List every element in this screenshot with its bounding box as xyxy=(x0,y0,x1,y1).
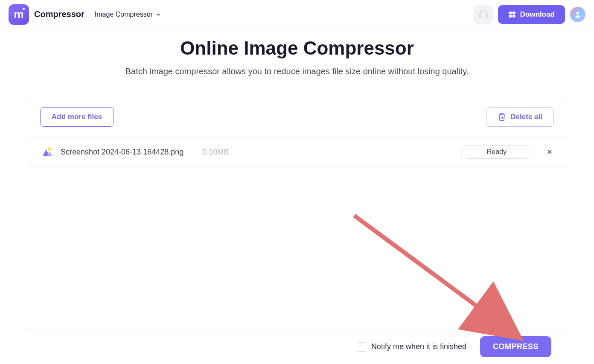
files-panel: Add more files Delete all Screenshot 202… xyxy=(27,97,567,167)
avatar[interactable] xyxy=(570,7,585,22)
svg-rect-0 xyxy=(479,15,481,17)
download-label: Download xyxy=(520,10,555,19)
headset-icon xyxy=(478,9,489,20)
delete-all-label: Delete all xyxy=(510,113,542,121)
nav-dropdown-label: Image Compressor xyxy=(95,11,153,18)
close-icon xyxy=(546,149,553,155)
delete-all-button[interactable]: Delete all xyxy=(486,107,554,127)
svg-line-15 xyxy=(354,215,510,331)
notify-checkbox[interactable] xyxy=(357,342,366,352)
svg-rect-4 xyxy=(509,15,512,17)
file-size: 0.10MB xyxy=(202,148,229,157)
svg-rect-3 xyxy=(512,12,515,14)
logo-group[interactable]: m Compressor xyxy=(9,4,84,25)
support-button[interactable] xyxy=(474,5,493,24)
app-header: m Compressor Image Compressor Download xyxy=(0,0,594,29)
page-title: Online Image Compressor xyxy=(0,38,594,59)
nav-image-compressor-dropdown[interactable]: Image Compressor xyxy=(95,11,161,18)
brand-name: Compressor xyxy=(34,9,84,19)
person-icon xyxy=(574,10,582,19)
add-files-button[interactable]: Add more files xyxy=(40,107,114,127)
svg-point-11 xyxy=(48,147,51,151)
file-name: Screenshot 2024-06-13 164428.png xyxy=(61,148,183,157)
annotation-arrow xyxy=(352,213,527,341)
trash-icon xyxy=(498,113,506,121)
remove-file-button[interactable] xyxy=(545,148,554,156)
chevron-down-icon xyxy=(155,12,161,17)
header-right: Download xyxy=(474,5,585,24)
compress-button[interactable]: COMPRESS xyxy=(480,336,551,357)
file-row: Screenshot 2024-06-13 164428.png 0.10MB … xyxy=(27,137,567,167)
svg-rect-5 xyxy=(512,15,515,17)
svg-rect-2 xyxy=(509,12,512,14)
status-badge: Ready xyxy=(461,145,533,159)
page-subtitle: Batch image compressor allows you to red… xyxy=(0,67,594,76)
notify-row: Notify me when it is finished xyxy=(357,342,466,352)
panel-footer: Notify me when it is finished COMPRESS xyxy=(27,329,567,364)
notify-label: Notify me when it is finished xyxy=(371,342,466,351)
download-button[interactable]: Download xyxy=(498,5,565,24)
logo-icon: m xyxy=(9,4,29,25)
svg-rect-1 xyxy=(486,15,488,17)
panel-toolbar: Add more files Delete all xyxy=(27,97,567,137)
windows-icon xyxy=(508,11,516,18)
image-file-icon xyxy=(40,146,53,158)
svg-point-6 xyxy=(577,12,579,15)
